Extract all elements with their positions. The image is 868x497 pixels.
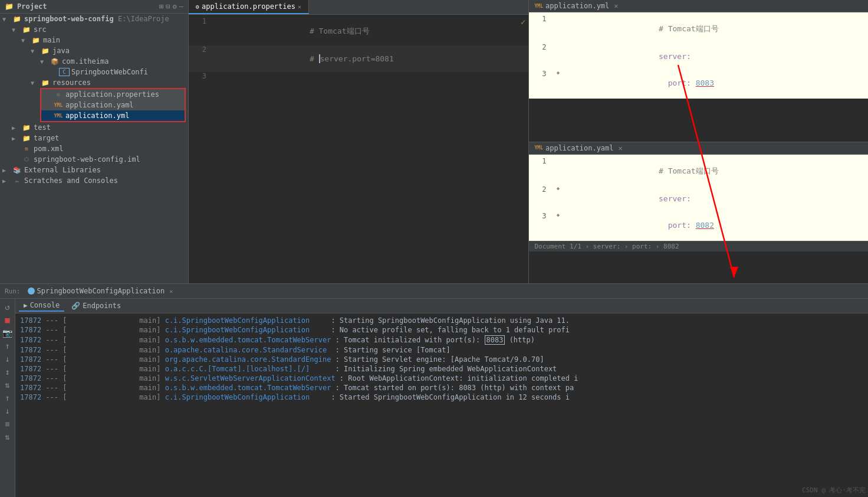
console-line-6: 17872 --- [ main ] o.a.c.c.C.[Tomcat].[l… xyxy=(15,364,868,374)
console-tab[interactable]: ▶ Console xyxy=(19,300,64,312)
logger-9[interactable]: c.i.SpringbootWebConfigApplication xyxy=(165,393,310,401)
align-icon[interactable]: ≡ xyxy=(4,418,11,430)
sep-4b: ] xyxy=(156,346,165,354)
right-code-line-3: 3 ◆ port: 8083 xyxy=(529,70,869,96)
right-bottom-content[interactable]: 1 # Tomcat端口号 2 ◆ xyxy=(529,155,869,241)
minimize-icon[interactable]: — xyxy=(179,2,183,11)
console-line-8: 17872 --- [ main ] o.s.b.w.embedded.tomc… xyxy=(15,383,868,393)
thread-2: main xyxy=(67,326,156,334)
run-app-icon xyxy=(28,287,35,295)
message-5: : Starting Servlet engine: [Apache Tomca… xyxy=(331,355,544,364)
tree-main[interactable]: ▼ 📁 main xyxy=(0,35,188,45)
scratches-label: Scratches and Consoles xyxy=(24,176,118,185)
close-run-tab[interactable]: ✕ xyxy=(169,288,173,295)
com-itheima-label: com.itheima xyxy=(62,57,108,66)
left-tab-properties[interactable]: ⚙ application.properties ✕ xyxy=(189,0,309,14)
logger-6[interactable]: o.a.c.c.C.[Tomcat].[localhost].[/] xyxy=(165,365,310,373)
status-breadcrumb: Document 1/1 › server: › port: › 8082 xyxy=(535,243,679,250)
tree-arrow: ▶ xyxy=(2,167,12,174)
endpoints-tab[interactable]: 🔗 Endpoints xyxy=(67,300,126,311)
camera-icon[interactable]: 📷 xyxy=(1,327,14,339)
logger-4[interactable]: o.apache.catalina.core.StandardService xyxy=(165,346,327,354)
scroll-up-icon[interactable]: ↑ xyxy=(4,340,11,352)
message-7: : Root WebApplicationContext: initializa… xyxy=(336,374,578,382)
tree-src[interactable]: ▼ 📁 src xyxy=(0,24,188,35)
bottom-code-line-3: 3 ◆ port: 8082 xyxy=(529,212,869,238)
settings-icon[interactable]: ⚙ xyxy=(173,2,177,11)
target-folder-icon: 📁 xyxy=(21,134,32,142)
tree-scratches[interactable]: ▶ ✏ Scratches and Consoles xyxy=(0,175,188,186)
yml-tab-icon: YML xyxy=(535,4,543,9)
logger-8[interactable]: o.s.b.w.embedded.tomcat.TomcatWebServer xyxy=(165,384,331,392)
pin-icon[interactable]: ↕ xyxy=(4,366,11,378)
console-content[interactable]: 17872 --- [ main ] c.i.SpringbootWebConf… xyxy=(15,313,868,497)
bottom-line-num-2: 2 xyxy=(529,185,553,194)
tree-root[interactable]: ▼ 📁 springboot-web-config E:\IdeaProje xyxy=(0,14,188,24)
tree-application-yml[interactable]: YML application.yml xyxy=(41,110,185,121)
pid-2: 17872 xyxy=(20,326,41,334)
sidebar-toolbar[interactable]: ⊞ ⊟ ⚙ — xyxy=(159,2,183,11)
check-mark-icon: ✓ xyxy=(521,17,525,27)
tree-application-properties[interactable]: ⚙ application.properties xyxy=(41,89,185,100)
close-properties-tab[interactable]: ✕ xyxy=(298,4,301,10)
tree-target[interactable]: ▶ 📁 target xyxy=(0,133,188,143)
tree-application-yaml[interactable]: YML application.yaml xyxy=(41,100,185,110)
logger-5[interactable]: org.apache.catalina.core.StandardEngine xyxy=(165,355,331,364)
tree-pom[interactable]: m pom.xml xyxy=(0,143,188,154)
right-top-content[interactable]: 1 # Tomcat端口号 2 xyxy=(529,12,869,99)
tree-arrow: ▼ xyxy=(40,58,50,65)
tree-java[interactable]: ▼ 📁 java xyxy=(0,45,188,56)
comment-server: server.port=8081 xyxy=(320,54,394,63)
thread-9: main xyxy=(67,393,156,401)
scroll-down-icon[interactable]: ↓ xyxy=(4,353,11,365)
right-bottom-tab[interactable]: YML application.yaml ✕ xyxy=(529,142,869,155)
project-sidebar[interactable]: 📁 Project ⊞ ⊟ ⚙ — ▼ 📁 springboot-web-con… xyxy=(0,0,189,283)
tree-iml[interactable]: ⬡ springboot-web-config.iml xyxy=(0,154,188,165)
sort-icon[interactable]: ⇅ xyxy=(4,379,11,391)
logger-2[interactable]: c.i.SpringbootWebConfigApplication xyxy=(165,326,310,334)
down-arrow-icon[interactable]: ↓ xyxy=(4,405,11,417)
tree-com-itheima[interactable]: ▼ 📦 com.itheima xyxy=(0,56,188,67)
sep-3: --- [ xyxy=(41,336,67,344)
expand-all-icon[interactable]: ⊞ xyxy=(159,2,163,11)
up-arrow-icon[interactable]: ↑ xyxy=(4,392,11,404)
stop-icon[interactable]: ■ xyxy=(4,314,11,326)
line-num-3: 3 xyxy=(189,72,212,80)
tree-external-libraries[interactable]: ▶ 📚 External Libraries xyxy=(0,165,188,175)
right-line-num-1: 1 xyxy=(529,15,553,23)
project-icon: 📁 xyxy=(5,2,14,11)
sep-6: --- [ xyxy=(41,365,67,373)
tree-test[interactable]: ▶ 📁 test xyxy=(0,122,188,133)
tree-springboot-class[interactable]: C SpringbootWebConfi xyxy=(0,67,188,77)
rerun-icon[interactable]: ↺ xyxy=(4,301,11,313)
watermark: CSDN @ 考心·考不完 xyxy=(802,486,866,495)
close-yml-tab[interactable]: ✕ xyxy=(614,2,618,10)
right-top-tab[interactable]: YML application.yml ✕ xyxy=(529,0,869,12)
left-editor-content[interactable]: 1 # Tomcat端口号 ✓ 2 xyxy=(189,15,528,283)
logger-7[interactable]: w.s.c.ServletWebServerApplicationContext xyxy=(165,374,336,382)
console-main: ▶ Console 🔗 Endpoints 17872 --- [ xyxy=(15,299,868,497)
logger-3[interactable]: o.s.b.w.embedded.tomcat.TomcatWebServer xyxy=(165,336,331,344)
right-comment-1: # Tomcat端口号 xyxy=(659,24,719,33)
sort2-icon[interactable]: ⇅ xyxy=(4,431,11,443)
tree-resources[interactable]: ▼ 📁 resources xyxy=(0,77,188,88)
yaml-file-icon: YML xyxy=(53,101,64,109)
src-folder-icon: 📁 xyxy=(21,25,32,34)
tree-arrow: ▶ xyxy=(2,178,12,184)
message-2: : No active profile set, falling back to… xyxy=(310,326,570,334)
logger-1[interactable]: c.i.SpringbootWebConfigApplication xyxy=(165,316,310,325)
tree-arrow: ▼ xyxy=(31,80,40,86)
right-bottom-code: 1 # Tomcat端口号 2 ◆ xyxy=(529,155,869,241)
run-tab[interactable]: SpringbootWebConfigApplication ✕ xyxy=(24,286,177,296)
close-yaml-tab[interactable]: ✕ xyxy=(619,144,623,152)
test-folder-icon: 📁 xyxy=(21,123,32,132)
thread-8: main xyxy=(67,384,156,392)
console-line-1: 17872 --- [ main ] c.i.SpringbootWebConf… xyxy=(15,316,868,325)
sep-7: --- [ xyxy=(41,374,67,382)
left-code-area: 1 # Tomcat端口号 ✓ 2 xyxy=(189,15,528,283)
sep-2: --- [ xyxy=(41,326,67,334)
bottom-line-num-3: 3 xyxy=(529,212,553,220)
line-num-1: 1 xyxy=(189,17,212,25)
console-line-3: 17872 --- [ main ] o.s.b.w.embedded.tomc… xyxy=(15,335,868,345)
collapse-all-icon[interactable]: ⊟ xyxy=(166,2,170,11)
